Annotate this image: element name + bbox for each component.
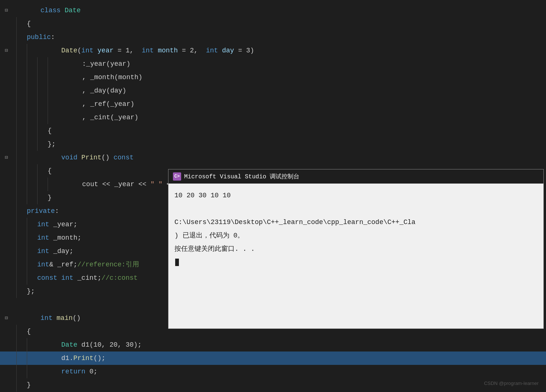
indent-4a (16, 44, 27, 57)
indent-7d (48, 84, 58, 97)
gutter-12: ⊟ (3, 151, 16, 164)
code-line-29: } (0, 378, 546, 392)
indent-9b (27, 111, 37, 124)
indent-20b (27, 258, 37, 271)
indent-5a (16, 57, 27, 71)
line-content-29: } (27, 378, 546, 392)
line-content-2: { (27, 17, 546, 30)
indent-26b (27, 338, 37, 351)
console-line-2 (174, 202, 537, 216)
indent-8a (16, 97, 27, 111)
indent-9d (48, 111, 58, 124)
indent-15a (16, 191, 27, 204)
console-line-3: C:\Users\23119\Desktop\C++_learn_code\cp… (174, 216, 537, 229)
console-window: C> Microsoft Visual Studio 调试控制台 10 20 3… (168, 169, 544, 329)
indent-6a (16, 71, 27, 84)
indent-7c (37, 84, 48, 97)
indent-13c (37, 164, 48, 178)
indent-6d (48, 71, 58, 84)
indent-5d (48, 57, 58, 71)
console-title: Microsoft Visual Studio 调试控制台 (184, 173, 299, 181)
indent-19a (16, 244, 27, 258)
console-icon: C> (173, 172, 181, 181)
code-line-9: , _cint(_year) (0, 111, 546, 124)
indent-2 (16, 17, 27, 30)
indent-19b (27, 244, 37, 258)
indent-8d (48, 97, 58, 111)
indent-28a (16, 365, 27, 378)
fold-icon-12[interactable]: ⊟ (3, 151, 10, 164)
indent-17b (27, 218, 37, 231)
indent-10b (27, 124, 37, 137)
gutter-4: ⊟ (3, 44, 16, 57)
indent-8b (27, 97, 37, 111)
indent-14b (27, 178, 37, 191)
console-titlebar: C> Microsoft Visual Studio 调试控制台 (168, 169, 543, 184)
console-line-1: 10 20 30 10 10 (174, 189, 537, 202)
indent-13b (27, 164, 37, 178)
fold-icon-1[interactable]: ⊟ (3, 4, 10, 17)
indent-10a (16, 124, 27, 137)
code-line-10: { (0, 124, 546, 137)
indent-29 (16, 378, 27, 392)
indent-18b (27, 231, 37, 244)
code-line-12: ⊟ void Print() const (0, 151, 546, 164)
gutter-24: ⊟ (3, 311, 16, 325)
indent-9a (16, 111, 27, 124)
indent-16 (16, 204, 27, 218)
console-cursor-line (174, 256, 537, 269)
gutter-1: ⊟ (3, 4, 16, 17)
watermark: CSDN @program-learner (484, 380, 539, 386)
fold-icon-24[interactable]: ⊟ (3, 311, 10, 325)
indent-6c (37, 71, 48, 84)
indent-13a (16, 164, 27, 178)
indent-14c (37, 178, 48, 191)
indent-6b (27, 71, 37, 84)
indent-15c (37, 191, 48, 204)
indent-11b (27, 137, 37, 151)
indent-8c (37, 97, 48, 111)
indent-25 (16, 325, 27, 338)
indent-20a (16, 258, 27, 271)
indent-26a (16, 338, 27, 351)
indent-21a (16, 271, 27, 285)
indent-27a (16, 351, 27, 365)
console-cursor (175, 259, 179, 266)
code-line-1: ⊟ class Date (0, 4, 546, 17)
indent-22 (16, 285, 27, 298)
console-line-4: ) 已退出，代码为 0。 (174, 229, 537, 242)
indent-10c (37, 124, 48, 137)
indent-14a (16, 178, 27, 191)
indent-12b (27, 151, 37, 164)
indent-14d (48, 178, 58, 191)
code-line-28: return 0; (0, 365, 546, 378)
indent-7a (16, 84, 27, 97)
indent-9c (37, 111, 48, 124)
indent-28b (27, 365, 37, 378)
code-editor: ⊟ class Date { public: ⊟ Date(int year =… (0, 0, 546, 392)
indent-21b (27, 271, 37, 285)
indent-4b (27, 44, 37, 57)
fold-icon-4[interactable]: ⊟ (3, 44, 10, 57)
indent-17a (16, 218, 27, 231)
console-line-5: 按任意键关闭此窗口. . . (174, 242, 537, 256)
indent-7b (27, 84, 37, 97)
indent-12a (16, 151, 27, 164)
indent-11a (16, 137, 27, 151)
indent-18a (16, 231, 27, 244)
indent-15b (27, 191, 37, 204)
indent-27b (27, 351, 37, 365)
indent-5b (27, 57, 37, 71)
console-body: 10 20 30 10 10 C:\Users\23119\Desktop\C+… (168, 184, 543, 328)
code-line-2: { (0, 17, 546, 30)
line-content-10: { (48, 124, 546, 137)
indent-5c (37, 57, 48, 71)
indent-3 (16, 30, 27, 44)
